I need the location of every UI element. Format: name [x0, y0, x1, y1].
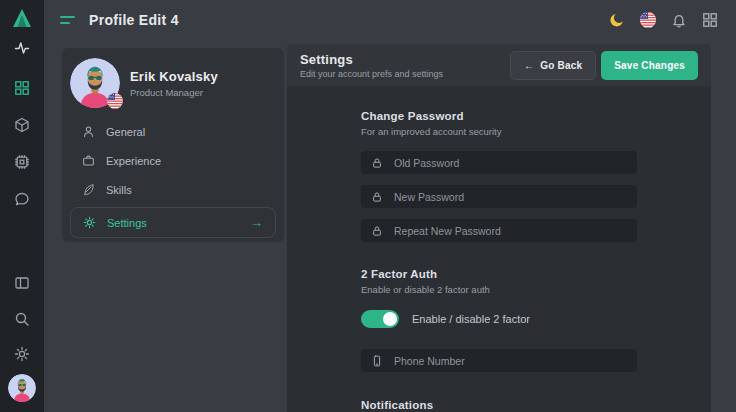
repeat-password-field[interactable] — [361, 219, 637, 242]
old-password-field[interactable] — [361, 151, 637, 174]
profile-card: Erik Kovalsky Product Manager General Ex… — [62, 48, 284, 242]
two-factor-toggle[interactable] — [361, 310, 399, 328]
menu-item-label: Settings — [107, 217, 147, 229]
logo-triangle-icon[interactable] — [0, 7, 44, 29]
app-sidebar — [0, 0, 44, 412]
phone-number-input[interactable] — [394, 355, 627, 367]
two-factor-subtitle: Enable or disable 2 factor auth — [361, 284, 637, 295]
phone-number-field[interactable] — [361, 349, 637, 372]
apps-grid-icon[interactable] — [702, 12, 718, 28]
phone-icon — [371, 355, 383, 367]
menu-item-label: General — [106, 126, 145, 138]
us-flag-icon[interactable] — [640, 12, 656, 28]
avatar — [70, 58, 120, 108]
lock-icon — [371, 191, 383, 203]
change-password-title: Change Password — [361, 110, 637, 122]
settings-panel-header: Settings Edit your account prefs and set… — [287, 44, 711, 86]
user-icon — [82, 125, 95, 138]
dashboard-grid-icon[interactable] — [0, 80, 44, 96]
activity-icon[interactable] — [0, 40, 44, 56]
notifications-title: Notifications — [361, 399, 637, 411]
menu-item-skills[interactable]: Skills — [62, 175, 284, 204]
menu-item-experience[interactable]: Experience — [62, 146, 284, 175]
new-password-field[interactable] — [361, 185, 637, 208]
settings-title: Settings — [300, 52, 443, 67]
two-factor-toggle-label: Enable / disable 2 factor — [412, 313, 530, 325]
toggle-knob — [383, 312, 397, 326]
user-name: Erik Kovalsky — [130, 69, 218, 84]
arrow-right-icon: → — [250, 216, 263, 229]
menu-item-label: Experience — [106, 155, 161, 167]
chat-icon[interactable] — [0, 191, 44, 207]
save-changes-button[interactable]: Save Changes — [601, 51, 698, 80]
menu-icon[interactable] — [60, 16, 75, 24]
menu-item-settings[interactable]: Settings → — [70, 207, 276, 238]
sidebar-user-avatar[interactable] — [0, 374, 44, 402]
user-role: Product Manager — [130, 87, 218, 98]
package-icon[interactable] — [0, 117, 44, 133]
page-title: Profile Edit 4 — [89, 12, 179, 28]
topbar: Profile Edit 4 — [44, 0, 736, 40]
us-flag-badge-icon — [107, 93, 123, 109]
moon-icon[interactable] — [609, 12, 625, 28]
repeat-password-input[interactable] — [394, 225, 627, 237]
go-back-button[interactable]: ← Go Back — [510, 51, 596, 80]
settings-panel: Settings Edit your account prefs and set… — [287, 44, 711, 412]
menu-item-label: Skills — [106, 184, 132, 196]
gear-icon[interactable] — [0, 346, 44, 362]
briefcase-icon — [82, 154, 95, 167]
search-icon[interactable] — [0, 311, 44, 327]
feather-icon — [82, 183, 95, 196]
two-factor-title: 2 Factor Auth — [361, 268, 637, 280]
old-password-input[interactable] — [394, 157, 627, 169]
change-password-subtitle: For an improved account security — [361, 126, 637, 137]
settings-subtitle: Edit your account prefs and settings — [300, 69, 443, 79]
cpu-icon[interactable] — [0, 154, 44, 170]
menu-item-general[interactable]: General — [62, 117, 284, 146]
gear-icon — [83, 216, 96, 229]
bell-icon[interactable] — [671, 12, 687, 28]
layout-icon[interactable] — [0, 275, 44, 291]
new-password-input[interactable] — [394, 191, 627, 203]
profile-menu: General Experience Skills Settings → — [62, 117, 284, 238]
lock-icon — [371, 225, 383, 237]
arrow-left-icon: ← — [524, 60, 534, 71]
lock-icon — [371, 157, 383, 169]
